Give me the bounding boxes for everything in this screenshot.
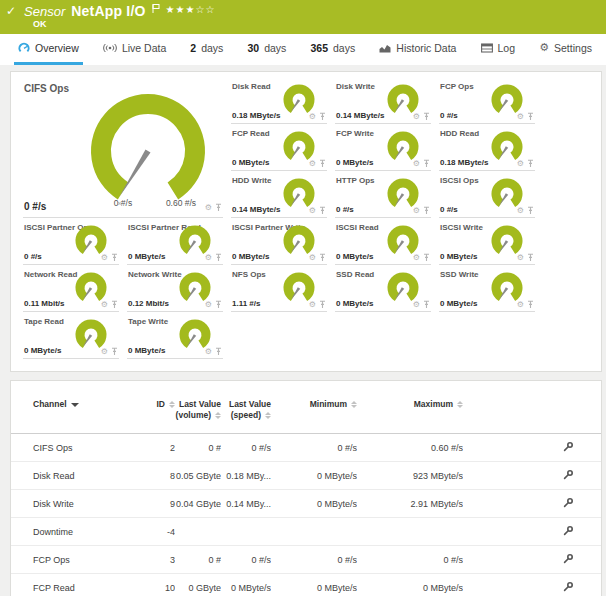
pin-icon[interactable] bbox=[423, 300, 430, 309]
edit-channel-wrench-icon[interactable] bbox=[563, 581, 574, 592]
gear-icon[interactable]: ⚙ bbox=[205, 301, 212, 309]
pin-icon[interactable] bbox=[319, 159, 326, 168]
gauge-tile-ssd-write[interactable]: SSD Write 0 MByte/s ⚙ bbox=[439, 268, 535, 312]
gear-icon[interactable]: ⚙ bbox=[413, 113, 420, 121]
gauge-tile-iscsi-partner-read[interactable]: ISCSI Partner Read 0 MByte/s ⚙ bbox=[127, 221, 223, 265]
edit-channel-wrench-icon[interactable] bbox=[563, 441, 574, 452]
gauge-tile-hdd-read[interactable]: HDD Read 0.18 MByte/s ⚙ bbox=[439, 127, 535, 171]
gauge-tile-fcp-read[interactable]: FCP Read 0 MByte/s ⚙ bbox=[231, 127, 327, 171]
sort-toggle-icon[interactable] bbox=[215, 412, 221, 419]
column-header-maximum[interactable]: Maximum bbox=[357, 391, 463, 434]
gauge-tile-http-ops[interactable]: HTTP Ops 0 #/s ⚙ bbox=[335, 174, 431, 218]
pin-icon[interactable] bbox=[319, 112, 326, 121]
gear-icon[interactable]: ⚙ bbox=[517, 160, 524, 168]
pin-icon[interactable] bbox=[319, 206, 326, 215]
edit-channel-wrench-icon[interactable] bbox=[563, 497, 574, 508]
gear-icon[interactable]: ⚙ bbox=[205, 254, 212, 262]
gauge-tile-network-write[interactable]: Network Write 0.12 Mbit/s ⚙ bbox=[127, 268, 223, 312]
tab-live-data[interactable]: Live Data bbox=[99, 34, 170, 65]
sort-toggle-icon[interactable] bbox=[351, 401, 357, 408]
gear-icon[interactable]: ⚙ bbox=[309, 301, 316, 309]
column-header-id[interactable]: ID bbox=[141, 391, 175, 434]
pin-icon[interactable] bbox=[527, 159, 534, 168]
gear-icon[interactable]: ⚙ bbox=[517, 207, 524, 215]
edit-channel-wrench-icon[interactable] bbox=[563, 469, 574, 480]
pin-icon[interactable] bbox=[527, 112, 534, 121]
tab-log[interactable]: Log bbox=[477, 34, 520, 65]
pin-icon[interactable] bbox=[215, 253, 222, 262]
gauge-tile-network-read[interactable]: Network Read 0.11 Mbit/s ⚙ bbox=[23, 268, 119, 312]
gear-icon[interactable]: ⚙ bbox=[101, 254, 108, 262]
pin-icon[interactable] bbox=[111, 347, 118, 356]
tab-days[interactable]: 2days bbox=[186, 34, 227, 65]
gear-icon[interactable]: ⚙ bbox=[413, 254, 420, 262]
gauge-tile-tape-write[interactable]: Tape Write 0 MByte/s ⚙ bbox=[127, 315, 223, 359]
gauges-panel: CIFS Ops x 0 #/s 0.60 #/s 0 #/s ⚙ Disk R… bbox=[10, 71, 602, 372]
sort-toggle-icon[interactable] bbox=[169, 401, 175, 408]
pin-icon[interactable] bbox=[527, 300, 534, 309]
gauge-tile-ssd-read[interactable]: SSD Read 0 MByte/s ⚙ bbox=[335, 268, 431, 312]
column-header-last-value-volume-[interactable]: Last Value (volume) bbox=[175, 391, 221, 434]
gear-icon[interactable]: ⚙ bbox=[517, 113, 524, 121]
gear-icon[interactable]: ⚙ bbox=[413, 301, 420, 309]
gear-icon[interactable]: ⚙ bbox=[413, 160, 420, 168]
tab-overview[interactable]: Overview bbox=[14, 34, 83, 65]
gauge-tile-tape-read[interactable]: Tape Read 0 MByte/s ⚙ bbox=[23, 315, 119, 359]
gauge-tile-fcp-write[interactable]: FCP Write 0 MByte/s ⚙ bbox=[335, 127, 431, 171]
pin-icon[interactable] bbox=[215, 203, 222, 212]
tab-historic-data[interactable]: Historic Data bbox=[375, 34, 460, 65]
gauge-tile-iscsi-partner-write[interactable]: ISCSI Partner Write 0 MByte/s ⚙ bbox=[231, 221, 327, 265]
tab-days[interactable]: 365days bbox=[306, 34, 359, 65]
gear-icon[interactable]: ⚙ bbox=[517, 301, 524, 309]
gauge-tile-iscsi-write[interactable]: ISCSI Write 0 MByte/s ⚙ bbox=[439, 221, 535, 265]
priority-stars[interactable]: ★★★☆☆ bbox=[166, 2, 216, 17]
gauge-tile-iscsi-ops[interactable]: ISCSI Ops 0 #/s ⚙ bbox=[439, 174, 535, 218]
pin-icon[interactable] bbox=[423, 159, 430, 168]
gear-icon[interactable]: ⚙ bbox=[413, 207, 420, 215]
pin-icon[interactable] bbox=[423, 206, 430, 215]
gauge-tile-iscsi-read[interactable]: ISCSI Read 0 MByte/s ⚙ bbox=[335, 221, 431, 265]
gear-icon[interactable]: ⚙ bbox=[101, 348, 108, 356]
gear-icon[interactable]: ⚙ bbox=[101, 301, 108, 309]
sort-toggle-icon[interactable] bbox=[265, 412, 271, 419]
gauge-tile-iscsi-partner-ops[interactable]: ISCSI Partner Ops 0 #/s ⚙ bbox=[23, 221, 119, 265]
sort-toggle-icon[interactable] bbox=[457, 401, 463, 408]
sort-direction-icon[interactable] bbox=[71, 403, 79, 407]
channel-id-value: 3 bbox=[141, 546, 175, 574]
gauge-label: ISCSI Ops bbox=[440, 176, 479, 185]
pin-icon[interactable] bbox=[423, 253, 430, 262]
gear-icon[interactable]: ⚙ bbox=[309, 207, 316, 215]
gear-icon[interactable]: ⚙ bbox=[205, 204, 212, 212]
gauge-tile-hdd-write[interactable]: HDD Write 0.14 MByte/s ⚙ bbox=[231, 174, 327, 218]
flag-icon[interactable] bbox=[152, 0, 160, 15]
gauge-tile-nfs-ops[interactable]: NFS Ops 1.11 #/s ⚙ bbox=[231, 268, 327, 312]
gear-icon[interactable]: ⚙ bbox=[309, 113, 316, 121]
gauge-tile-cifs-ops[interactable]: CIFS Ops x 0 #/s 0.60 #/s 0 #/s ⚙ bbox=[23, 80, 223, 218]
edit-channel-wrench-icon[interactable] bbox=[563, 525, 574, 536]
pin-icon[interactable] bbox=[319, 300, 326, 309]
column-header-channel[interactable]: Channel bbox=[11, 391, 141, 434]
gear-icon[interactable]: ⚙ bbox=[309, 254, 316, 262]
column-label: Channel bbox=[33, 399, 67, 409]
gear-icon[interactable]: ⚙ bbox=[517, 254, 524, 262]
column-header-minimum[interactable]: Minimum bbox=[271, 391, 357, 434]
tab-days[interactable]: 30days bbox=[243, 34, 290, 65]
pin-icon[interactable] bbox=[423, 112, 430, 121]
tab-settings[interactable]: ⚙Settings bbox=[535, 34, 596, 65]
gear-icon[interactable]: ⚙ bbox=[309, 160, 316, 168]
gauge-tile-fcp-ops[interactable]: FCP Ops 0 #/s ⚙ bbox=[439, 80, 535, 124]
pin-icon[interactable] bbox=[215, 300, 222, 309]
edit-channel-wrench-icon[interactable] bbox=[563, 553, 574, 564]
column-header-last-value-speed-[interactable]: Last Value (speed) bbox=[221, 391, 271, 434]
gauge-tile-disk-write[interactable]: Disk Write 0.14 MByte/s ⚙ bbox=[335, 80, 431, 124]
pin-icon[interactable] bbox=[527, 206, 534, 215]
pin-icon[interactable] bbox=[111, 253, 118, 262]
gauge-tile-disk-read[interactable]: Disk Read 0.18 MByte/s ⚙ bbox=[231, 80, 327, 124]
gear-icon[interactable]: ⚙ bbox=[205, 348, 212, 356]
pin-icon[interactable] bbox=[527, 253, 534, 262]
pin-icon[interactable] bbox=[111, 300, 118, 309]
pin-icon[interactable] bbox=[319, 253, 326, 262]
channel-id-value: -4 bbox=[141, 518, 175, 546]
gauges-grid: CIFS Ops x 0 #/s 0.60 #/s 0 #/s ⚙ Disk R… bbox=[23, 80, 589, 359]
pin-icon[interactable] bbox=[215, 347, 222, 356]
